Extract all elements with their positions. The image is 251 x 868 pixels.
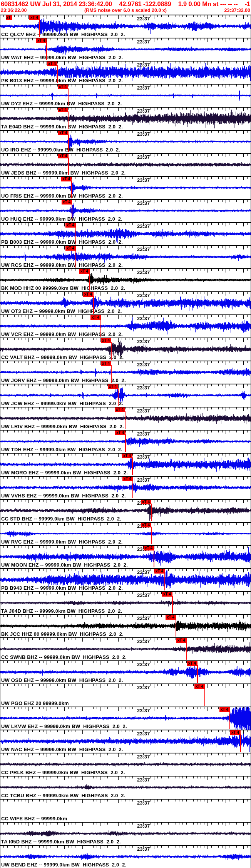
phase-pick-flag-clipped[interactable]: xT 4 xyxy=(6,15,12,20)
trace-row[interactable]: 23:37UW VCR EHZ -- 99999.0km BW HIGHPASS… xyxy=(0,314,251,338)
phase-pick-flag[interactable]: xT 4 xyxy=(65,246,76,251)
phase-pick-line[interactable] xyxy=(71,181,72,198)
phase-pick-flag[interactable]: xT 4 xyxy=(122,477,133,481)
phase-pick-line[interactable] xyxy=(132,481,133,498)
trace-row[interactable]: 23:37BK MOD HHZ 00 99999.0km BW HIGHPASS… xyxy=(0,268,251,291)
trace-row[interactable]: 23:37UW PGO EHZ 20 99999.0kmxT 4 xyxy=(0,683,251,707)
phase-pick-line[interactable] xyxy=(125,411,126,429)
phase-pick-flag[interactable]: xT 4 xyxy=(101,361,111,366)
trace-row[interactable]: 23:37BK JCC HHZ 00 99999.0km BW HIGHPASS… xyxy=(0,614,251,637)
phase-pick-flag[interactable]: xT 4 xyxy=(61,177,72,181)
phase-pick-flag[interactable]: xT 4 xyxy=(83,292,94,297)
trace-row[interactable]: 23:37UW BEND EHZ -- 99999.0km BW HIGHPAS… xyxy=(0,845,251,868)
trace-row[interactable]: 23:37CC QLCV EHZ -- 99999.0km BW HIGHPAS… xyxy=(0,15,251,38)
phase-pick-line[interactable] xyxy=(68,158,69,175)
phase-pick-line[interactable] xyxy=(125,434,126,452)
phase-pick-flag[interactable]: xT 4 xyxy=(219,707,230,712)
trace-row[interactable]: 23:37PB B003 EHZ -- 99999.0km BW HIGHPAS… xyxy=(0,222,251,245)
trace-row[interactable]: 23:37UW MORO EHZ -- 99999.0km BW HIGHPAS… xyxy=(0,453,251,476)
phase-pick-line[interactable] xyxy=(186,642,187,660)
phase-pick-flag[interactable]: xT 4 xyxy=(79,269,90,274)
phase-pick-flag[interactable]: xT 4 xyxy=(144,546,154,550)
trace-row[interactable]: 23:37UO IRO EHZ -- 99999.0km BW HIGHPASS… xyxy=(0,130,251,153)
phase-pick-flag[interactable]: xT 4 xyxy=(58,85,68,89)
phase-pick-line[interactable] xyxy=(118,388,119,406)
trace-row[interactable]: 23:37UW NAC EHZ -- 99999.0km BW HIGHPASS… xyxy=(0,730,251,753)
phase-pick-flag[interactable]: xT 4 xyxy=(162,592,172,597)
phase-pick-flag[interactable]: xT 4 xyxy=(108,384,118,389)
trace-row[interactable]: 23:37UW TDH EHZ -- 99999.0km BW HIGHPASS… xyxy=(0,430,251,453)
phase-pick-line[interactable] xyxy=(132,457,133,475)
phase-pick-flag[interactable]: xT 4 xyxy=(58,154,69,158)
trace-row[interactable]: 23:37UW MOON EHZ -- 99999.0km BW HIGHPAS… xyxy=(0,545,251,568)
phase-pick-line[interactable] xyxy=(75,227,76,244)
phase-pick-line[interactable] xyxy=(176,619,176,637)
phase-pick-flag[interactable]: xT 4 xyxy=(47,62,57,66)
trace-row[interactable]: 23:37UW OSD EHZ -- 99999.0km BW HIGHPASS… xyxy=(0,660,251,683)
phase-pick-flag[interactable]: xT 4 xyxy=(154,569,165,574)
trace-row[interactable]: 23:37PB B943 EHZ -- 99999.0km BW HIGHPAS… xyxy=(0,568,251,591)
phase-pick-line[interactable] xyxy=(68,88,69,106)
phase-pick-flag[interactable]: xT 4 xyxy=(115,431,126,435)
trace-row[interactable]: 23:37UO FRIS EHZ -- 99999.0km BW HIGHPAS… xyxy=(0,176,251,199)
phase-pick-flag[interactable]: xT 4 xyxy=(187,661,197,666)
phase-pick-flag[interactable]: xT 4 xyxy=(90,315,101,320)
phase-pick-flag[interactable]: xT 4 xyxy=(122,454,132,458)
phase-pick-line[interactable] xyxy=(229,711,230,729)
phase-pick-line[interactable] xyxy=(240,734,241,752)
trace-row[interactable]: 23:37UO HUQ EHZ -- 99999.0km BW HIGHPASS… xyxy=(0,199,251,222)
phase-pick-line[interactable] xyxy=(197,665,198,683)
trace-row[interactable]: 23:37CC WIFE BHZ -- 99999.0km xyxy=(0,799,251,822)
phase-pick-line[interactable] xyxy=(151,527,152,544)
phase-pick-line[interactable] xyxy=(151,504,152,521)
phase-pick-line[interactable] xyxy=(89,273,90,291)
phase-pick-line[interactable] xyxy=(111,342,112,360)
phase-pick-flag[interactable]: xT 4 xyxy=(58,108,68,112)
trace-row[interactable]: 23:37CC SWNB BHZ -- 99999.0km BW HIGHPAS… xyxy=(0,637,251,660)
phase-pick-line[interactable] xyxy=(100,319,101,337)
phase-pick-flag[interactable]: xT 4 xyxy=(141,500,151,504)
phase-pick-line[interactable] xyxy=(204,688,205,706)
phase-pick-line[interactable] xyxy=(57,65,58,83)
trace-row[interactable]: 23:37UW RCS EHZ -- 99999.0km BW HIGHPASS… xyxy=(0,245,251,268)
trace-row[interactable]: 23:37UW DY2 EHZ -- 99999.0km BW HIGHPASS… xyxy=(0,84,251,107)
phase-pick-line[interactable] xyxy=(111,365,112,383)
trace-row[interactable]: 23:37UW JEDS BHZ -- 99999.0km BW HIGHPAS… xyxy=(0,153,251,176)
phase-pick-flag[interactable]: xT 4 xyxy=(166,615,176,620)
phase-pick-line[interactable] xyxy=(172,596,173,614)
trace-row[interactable]: 23:37PB B013 EHZ -- 99999.0km BW HIGHPAS… xyxy=(0,61,251,84)
trace-row[interactable]: 23:37CC STD BHZ -- 99999.0km BW HIGHPASS… xyxy=(0,499,251,522)
phase-pick-line[interactable] xyxy=(75,250,76,268)
phase-pick-flag[interactable]: xT 4 xyxy=(58,131,69,135)
phase-pick-line[interactable] xyxy=(39,19,40,37)
phase-pick-line[interactable] xyxy=(154,550,154,567)
trace-row[interactable]: 23:37UW VVHS EHZ -- 99999.0km BW HIGHPAS… xyxy=(0,476,251,499)
phase-pick-line[interactable] xyxy=(93,296,94,314)
trace-row[interactable]: 23:37UW WAT EHZ -- 99999.0km BW HIGHPASS… xyxy=(0,38,251,61)
phase-pick-flag[interactable]: xT 4 xyxy=(101,338,111,343)
phase-pick-line[interactable] xyxy=(164,573,165,590)
trace-row[interactable]: 23:37CC VALT BHZ -- 99999.0km BW HIGHPAS… xyxy=(0,338,251,361)
phase-pick-flag[interactable]: xT 4 xyxy=(62,200,72,205)
trace-row[interactable]: 23:37UW JORV EHZ -- 99999.0km BW HIGHPAS… xyxy=(0,361,251,384)
trace-row[interactable]: 23:37UW OT3 EHZ -- 99999.0km BW HIGHPASS… xyxy=(0,291,251,314)
phase-pick-flag[interactable]: xT 4 xyxy=(65,223,76,228)
phase-pick-flag[interactable]: xT 4 xyxy=(194,684,205,689)
trace-row[interactable]: 23:37CC TCBU BHZ -- 99999.0km BW HIGHPAS… xyxy=(0,776,251,799)
phase-pick-flag[interactable]: xT 4 xyxy=(36,38,47,43)
trace-row[interactable]: 23:37TA J04D BHZ -- 99999.0km BW HIGHPAS… xyxy=(0,591,251,614)
phase-pick-flag[interactable]: xT 4 xyxy=(29,15,40,20)
trace-row[interactable]: 23:37CC PRLK BHZ -- 99999.0km BW HIGHPAS… xyxy=(0,753,251,776)
trace-row[interactable]: 23:37TA I05D BHZ -- 99999.0km BW HIGHPAS… xyxy=(0,822,251,845)
phase-pick-line[interactable] xyxy=(68,135,69,152)
trace-row[interactable]: 23:37UW JCW EHZ -- 99999.0km BW HIGHPASS… xyxy=(0,384,251,407)
phase-pick-flag[interactable]: xT 4 xyxy=(230,730,241,735)
phase-pick-line[interactable] xyxy=(72,204,72,221)
trace-row[interactable]: 23:37TA E04D BHZ -- 99999.0km BW HIGHPAS… xyxy=(0,107,251,130)
trace-row[interactable]: 23:37UW LRIV BHZ -- 99999.0km BW HIGHPAS… xyxy=(0,407,251,430)
phase-pick-flag[interactable]: xT 4 xyxy=(176,638,187,643)
phase-pick-flag[interactable]: xT 4 xyxy=(141,523,151,527)
trace-row[interactable]: 23:37UW RVC EHZ -- 99999.0km BW HIGHPASS… xyxy=(0,522,251,545)
trace-row[interactable]: 23:37UW LKVW EHZ -- 99999.0km BW HIGHPAS… xyxy=(0,707,251,730)
phase-pick-flag[interactable]: xT 4 xyxy=(115,407,125,412)
